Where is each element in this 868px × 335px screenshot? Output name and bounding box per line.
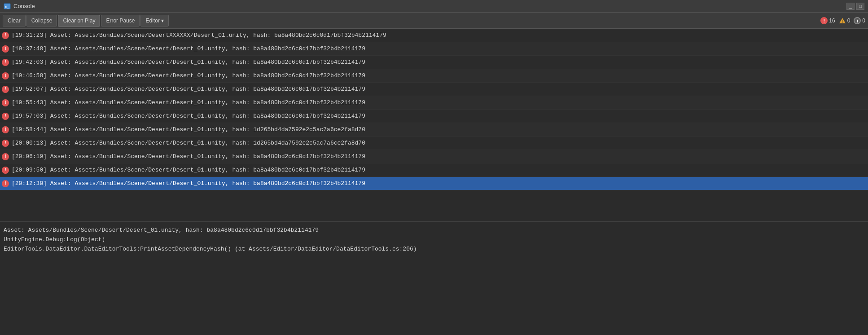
log-entry-text: [19:42:03] Asset: Assets/Bundles/Scene/D… xyxy=(12,59,365,66)
log-row[interactable]: ![19:37:48] Asset: Assets/Bundles/Scene/… xyxy=(0,42,868,56)
info-badge[interactable]: i 0 xyxy=(854,17,865,24)
error-pause-button[interactable]: Error Pause xyxy=(101,15,140,26)
log-row[interactable]: ![19:55:43] Asset: Assets/Bundles/Scene/… xyxy=(0,96,868,110)
log-error-icon: ! xyxy=(2,140,9,147)
log-entry-text: [19:55:43] Asset: Assets/Bundles/Scene/D… xyxy=(12,99,365,106)
log-row[interactable]: ![19:52:07] Asset: Assets/Bundles/Scene/… xyxy=(0,83,868,96)
detail-line: EditorTools.DataEditor.DataEditorTools:P… xyxy=(4,245,864,254)
info-count: 0 xyxy=(862,18,865,24)
log-error-icon: ! xyxy=(2,45,9,53)
detail-line: UnityEngine.Debug:Log(Object) xyxy=(4,235,864,245)
info-icon: i xyxy=(854,17,861,24)
badge-area: ! 16 ! 0 i 0 xyxy=(820,17,865,24)
log-error-icon: ! xyxy=(2,99,9,106)
log-row[interactable]: ![20:12:30] Asset: Assets/Bundles/Scene/… xyxy=(0,177,868,190)
log-error-icon: ! xyxy=(2,126,9,133)
log-error-icon: ! xyxy=(2,32,9,39)
log-entry-text: [19:57:03] Asset: Assets/Bundles/Scene/D… xyxy=(12,113,365,119)
clear-button[interactable]: Clear xyxy=(3,15,26,26)
log-row[interactable]: ![20:09:50] Asset: Assets/Bundles/Scene/… xyxy=(0,163,868,177)
log-row[interactable]: ![19:57:03] Asset: Assets/Bundles/Scene/… xyxy=(0,110,868,123)
log-error-icon: ! xyxy=(2,113,9,120)
window-controls: _ □ xyxy=(846,3,864,10)
log-error-icon: ! xyxy=(2,153,9,160)
log-area[interactable]: ![19:31:23] Asset: Assets/Bundles/Scene/… xyxy=(0,29,868,222)
log-error-icon: ! xyxy=(2,59,9,66)
log-entry-text: [20:06:19] Asset: Assets/Bundles/Scene/D… xyxy=(12,153,365,160)
log-row[interactable]: ![20:06:19] Asset: Assets/Bundles/Scene/… xyxy=(0,150,868,163)
log-row[interactable]: ![19:31:23] Asset: Assets/Bundles/Scene/… xyxy=(0,29,868,42)
log-row[interactable]: ![19:58:44] Asset: Assets/Bundles/Scene/… xyxy=(0,123,868,137)
warning-badge[interactable]: ! 0 xyxy=(839,17,850,24)
log-row[interactable]: ![19:42:03] Asset: Assets/Bundles/Scene/… xyxy=(0,56,868,69)
editor-button[interactable]: Editor ▾ xyxy=(140,15,169,26)
log-entry-text: [20:12:30] Asset: Assets/Bundles/Scene/D… xyxy=(12,180,365,187)
detail-line: Asset: Assets/Bundles/Scene/Desert/Deser… xyxy=(4,226,864,235)
warning-icon: ! xyxy=(839,17,846,24)
log-entry-text: [19:52:07] Asset: Assets/Bundles/Scene/D… xyxy=(12,86,365,93)
log-entry-text: [19:37:48] Asset: Assets/Bundles/Scene/D… xyxy=(12,45,365,52)
maximize-button[interactable]: □ xyxy=(856,3,864,10)
log-error-icon: ! xyxy=(2,86,9,93)
collapse-button[interactable]: Collapse xyxy=(26,15,57,26)
log-entry-text: [20:09:50] Asset: Assets/Bundles/Scene/D… xyxy=(12,167,365,173)
console-icon: >_ xyxy=(4,3,11,10)
log-entry-text: [19:58:44] Asset: Assets/Bundles/Scene/D… xyxy=(12,126,365,133)
warning-count: 0 xyxy=(847,18,850,24)
detail-area: Asset: Assets/Bundles/Scene/Desert/Deser… xyxy=(0,222,868,303)
toolbar: Clear Collapse Clear on Play Error Pause… xyxy=(0,13,868,29)
log-row[interactable]: ![19:46:58] Asset: Assets/Bundles/Scene/… xyxy=(0,69,868,83)
svg-text:!: ! xyxy=(842,19,843,24)
error-count: 16 xyxy=(829,18,835,24)
window-title: Console xyxy=(13,3,35,9)
svg-text:>_: >_ xyxy=(5,5,9,9)
title-bar: >_ Console _ □ xyxy=(0,0,868,13)
error-badge[interactable]: ! 16 xyxy=(820,17,835,24)
error-icon: ! xyxy=(820,17,828,24)
minimize-button[interactable]: _ xyxy=(846,3,855,10)
log-row[interactable]: ![20:00:13] Asset: Assets/Bundles/Scene/… xyxy=(0,137,868,150)
log-error-icon: ! xyxy=(2,72,9,79)
log-entry-text: [20:00:13] Asset: Assets/Bundles/Scene/D… xyxy=(12,140,365,146)
log-entry-text: [19:31:23] Asset: Assets/Bundles/Scene/D… xyxy=(12,32,386,39)
log-error-icon: ! xyxy=(2,180,9,187)
clear-on-play-button[interactable]: Clear on Play xyxy=(58,15,100,26)
log-error-icon: ! xyxy=(2,167,9,174)
log-entry-text: [19:46:58] Asset: Assets/Bundles/Scene/D… xyxy=(12,72,365,79)
